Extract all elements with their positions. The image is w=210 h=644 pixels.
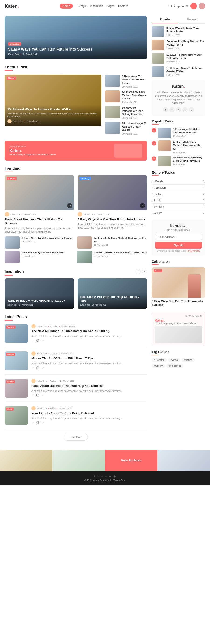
social-tw[interactable]: t: [169, 107, 175, 112]
small-post-0[interactable]: 3 Easy Ways To Make Your iPhone Faster 2…: [105, 75, 147, 88]
trend-small-0[interactable]: 3 Easy Ways To Make Your iPhone Faster 1…: [5, 236, 75, 248]
insp-card-1[interactable]: Feel Like A Pro With The Help Of These 7…: [78, 278, 147, 309]
latest-avatar-2: [31, 379, 36, 383]
share-icon-2[interactable]: ↗: [42, 394, 44, 397]
trend-small-img-1: [77, 236, 92, 248]
nav-contact[interactable]: Contact: [118, 4, 128, 8]
latest-badge-3: Public: [6, 408, 13, 411]
share-icon-1[interactable]: ↗: [42, 366, 44, 370]
sidebar-post-0[interactable]: 3 Easy Ways To Make Your iPhone Faster 1…: [152, 26, 205, 37]
topic-4[interactable]: › Trending (1): [152, 204, 205, 210]
trend-author-0: Katen Doe: [10, 213, 20, 216]
footer: f t in p ▶ ◉ © 2021 Katen. Template by T…: [0, 471, 210, 485]
topic-1[interactable]: › Inspiration (1): [152, 185, 205, 191]
share-icon-0[interactable]: ↗: [42, 339, 44, 342]
featured-title: 15 Unheard Ways To Achieve Greater Walke…: [7, 108, 99, 112]
prev-arrow[interactable]: ‹: [136, 269, 141, 274]
like-icon-3[interactable]: ♡: [31, 421, 34, 424]
sidebar-post-2[interactable]: 10 Ways To Immediately Start Selling Fur…: [152, 53, 205, 64]
tab-popular[interactable]: Popular: [152, 16, 179, 24]
share-icon-3[interactable]: ↗: [42, 421, 44, 424]
social-in[interactable]: in: [176, 107, 181, 112]
tag-0[interactable]: #Trending: [152, 358, 167, 362]
logo[interactable]: Katen.: [5, 4, 19, 9]
nav-lifestyle[interactable]: Lifestyle: [76, 4, 87, 8]
footer-pi-icon[interactable]: p: [105, 474, 107, 478]
privacy-link[interactable]: Privacy Policy: [187, 250, 200, 252]
footer-fb-icon[interactable]: f: [94, 474, 95, 478]
signup-button[interactable]: Sign Up: [155, 242, 202, 248]
footer-promo-cta[interactable]: Hello Business: [105, 450, 158, 471]
pop-post-0[interactable]: 1 3 Easy Ways To Make Your iPhone Faster…: [152, 128, 205, 138]
tag-2[interactable]: #Natural: [182, 358, 195, 362]
nav-inspiration[interactable]: Inspiration: [90, 4, 103, 8]
social-pi[interactable]: p: [183, 107, 188, 112]
latest-title-1: Master The Art Of Nature With These 7 Ti…: [31, 357, 147, 360]
footer-tw-icon[interactable]: t: [97, 474, 98, 478]
nav-home[interactable]: Home: [60, 4, 73, 9]
mail-icon[interactable]: ✉: [186, 4, 189, 8]
comment-icon-3[interactable]: 💬: [36, 421, 39, 424]
topic-5[interactable]: › Culture (1): [152, 210, 205, 216]
sidebar-post-3[interactable]: 15 Unheard Ways To Achieve Greater Walke…: [152, 66, 205, 77]
topic-2[interactable]: › Fashion (1): [152, 191, 205, 197]
insp-card-0[interactable]: Want To Have A More Appealing Tattoo? Ka…: [5, 278, 74, 309]
like-icon-2[interactable]: ♡: [31, 394, 34, 397]
sponsored-banner[interactable]: SPONSORED BY Katen. Minimal Blog & Magaz…: [5, 141, 147, 160]
social-fb[interactable]: f: [163, 107, 168, 112]
latest-content-3: Katen Doe • Public • 30 March 2021 Your …: [31, 406, 147, 424]
nav-pages[interactable]: Pages: [107, 4, 114, 8]
footer-ig-icon[interactable]: ◉: [113, 474, 116, 478]
latest-item-2[interactable]: Fashion Katen Doe • Fashion • 29 March 2…: [5, 379, 147, 402]
user-avatar-1[interactable]: [190, 3, 197, 9]
latest-item-3[interactable]: Public Katen Doe • Public • 30 March 202…: [5, 406, 147, 430]
youtube-icon[interactable]: ▶: [182, 4, 184, 8]
tag-4[interactable]: #Celebrities: [166, 364, 183, 368]
comment-icon-2[interactable]: 💬: [36, 394, 39, 397]
footer-yt-icon[interactable]: ▶: [109, 474, 111, 478]
tag-3[interactable]: #Gallery: [152, 364, 165, 368]
comment-icon-0[interactable]: 💬: [36, 339, 39, 342]
next-arrow[interactable]: ›: [142, 269, 147, 274]
celebration-img[interactable]: Fashion: [152, 268, 205, 298]
small-post-2[interactable]: 10 Ways To Immediately Start Selling Fur…: [105, 106, 147, 119]
social-yt[interactable]: ▶: [189, 107, 194, 112]
tab-recent[interactable]: Recent: [179, 16, 205, 24]
trend-small-3[interactable]: Master The Art Of Nature With These 7 Ti…: [77, 251, 147, 263]
footer-promo: Hello Business: [0, 450, 210, 471]
pop-post-2[interactable]: 3 10 Ways To Immediately Start Selling F…: [152, 156, 205, 166]
topic-0[interactable]: › Lifestyle (1): [152, 178, 205, 185]
footer-in-icon[interactable]: in: [101, 474, 103, 478]
latest-item-1[interactable]: Lifestyle Katen Doe • Lifestyle • 29 Mar…: [5, 352, 147, 375]
comment-icon-1[interactable]: 💬: [36, 366, 39, 370]
topic-3[interactable]: › Public (1): [152, 197, 205, 204]
small-post-img-0: [105, 75, 120, 87]
featured-card[interactable]: Nature 15 Unheard Ways To Achieve Greate…: [5, 75, 102, 126]
user-avatar-2[interactable]: [199, 3, 205, 9]
email-input[interactable]: [155, 234, 202, 240]
trend-small-title-3: Master The Art Of Nature With These 7 Ti…: [94, 251, 147, 254]
trend-meta-1: Katen Doe • 29 March 2021: [78, 212, 147, 217]
small-post-img-3: [105, 122, 120, 134]
latest-badge-2: Fashion: [6, 380, 15, 383]
load-more-button[interactable]: Load More: [64, 434, 88, 441]
twitter-icon[interactable]: t: [171, 4, 172, 8]
instagram-icon[interactable]: in: [174, 4, 176, 8]
trend-card-0[interactable]: Culture 29 Katen Doe • 19 March 2021 Fac…: [5, 175, 74, 234]
trend-small-2[interactable]: Here Are 8 Ways to Success Faster 29 Mar…: [5, 251, 75, 263]
latest-meta-2: Katen Doe • Fashion • 29 March 2021: [31, 379, 147, 383]
pop-post-1[interactable]: 2 An Incredibly Easy Method That Works F…: [152, 140, 205, 154]
latest-posts-title: Latest Posts: [5, 315, 147, 319]
sidebar-sponsored[interactable]: SPONSORED BY Katen. Minimal Blog & Magaz…: [152, 312, 205, 346]
latest-item-0[interactable]: Trending Katen Doe • Trending • 29 March…: [5, 324, 147, 347]
like-icon-1[interactable]: ♡: [31, 366, 34, 370]
trend-card-1[interactable]: Trending 2 Katen Doe • 29 March 2021 5 E…: [78, 175, 147, 234]
tag-1[interactable]: #Video: [168, 358, 180, 362]
facebook-icon[interactable]: f: [168, 4, 169, 8]
small-post-1[interactable]: An Incredibly Easy Method That Works For…: [105, 90, 147, 104]
sidebar-post-1[interactable]: An Incredibly Easy Method That Works For…: [152, 40, 205, 50]
pinterest-icon[interactable]: p: [178, 4, 180, 8]
like-icon-0[interactable]: ♡: [31, 339, 34, 342]
small-post-3[interactable]: 15 Unheard Ways To Achieve Greater Walke…: [105, 122, 147, 135]
trend-small-1[interactable]: An Incredibly Easy Method That Works For…: [77, 236, 147, 248]
